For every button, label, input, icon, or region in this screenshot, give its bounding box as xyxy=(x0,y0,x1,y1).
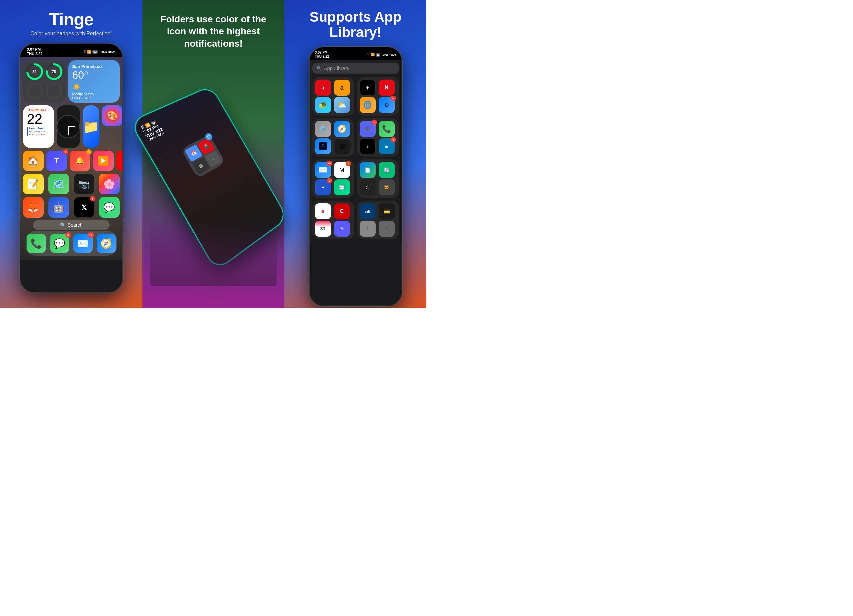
calendar-widget[interactable]: THURSDAY 22 Learn2read us02web.zoom.... … xyxy=(23,105,54,148)
files-app-icon[interactable]: 📁 xyxy=(83,105,99,148)
safari-dock-app[interactable]: 🧭 xyxy=(97,234,116,253)
dock-1: 📞 💬 3 ✉️ 10 🧭 xyxy=(26,231,117,256)
ring-75: 75 xyxy=(45,63,63,80)
al-folder-8[interactable]: citi 💳 · · xyxy=(357,201,399,239)
al-weather: ⛅ xyxy=(334,97,350,113)
svg-point-5 xyxy=(47,83,61,98)
notes-app[interactable]: 📝 xyxy=(23,174,44,194)
panel-3: Supports App Library! 3:07 PM THU 2/22 ⠿… xyxy=(284,0,426,308)
al-misc3: · xyxy=(378,221,395,237)
al-settings: ⚙️ xyxy=(315,121,331,137)
status-bar-3: 3:07 PM THU 2/22 ⠿ 📶 52 ↓0K/s ↑0K/s xyxy=(310,47,402,60)
svg-point-4 xyxy=(27,83,42,98)
al-ar: ⬡ xyxy=(360,180,375,195)
al-tiktok: ♪ xyxy=(360,138,375,154)
al-calendar-sm: 31 xyxy=(315,221,331,237)
al-misc: 🐱 xyxy=(378,180,395,195)
ring-3 xyxy=(26,82,44,100)
al-translate: 🔄 xyxy=(334,180,350,195)
app-library-grid: a a 🐢 ⛅ ✦ N xyxy=(312,77,399,239)
status-icons-1: ⠿ 📶 52 ↓2K/s ↑0K/s xyxy=(83,50,115,54)
teams-app[interactable]: T 1 xyxy=(46,150,67,171)
al-safari: 🧭 xyxy=(334,121,350,137)
notif-badge: 1 xyxy=(86,149,92,154)
al-docs: 📄 xyxy=(360,162,375,178)
panel3-title: Supports App Library! xyxy=(291,9,420,40)
status-bar-1: 3:07 PM THU 2/22 ⠿ 📶 52 ↓2K/s ↑0K/s xyxy=(20,44,122,57)
al-airtel: a xyxy=(315,80,331,95)
camera-app[interactable]: 📷 xyxy=(74,174,94,194)
panel1-title: Tinge xyxy=(49,9,93,29)
al-mail: ✉️ 10 xyxy=(315,162,331,178)
al-phone: 📞 xyxy=(378,121,395,137)
status-time-1: 3:07 PM THU 2/22 xyxy=(27,47,42,56)
app-library-search[interactable]: 🔍 App Library xyxy=(312,63,399,74)
al-folder-3[interactable]: ⚙️ 🧭 🅰 ⊞ xyxy=(312,118,354,157)
al-netflix: N xyxy=(378,80,395,95)
home-app[interactable]: 🏠 xyxy=(23,150,44,171)
phone-dock-app[interactable]: 📞 xyxy=(27,234,46,253)
youtube-app[interactable]: ▶ xyxy=(116,150,123,171)
al-folder-1[interactable]: a a 🐢 ⛅ xyxy=(312,77,354,115)
al-wallet: 💳 xyxy=(378,203,395,219)
al-citi: citi xyxy=(360,203,375,219)
activity-widget[interactable]: 52 75 xyxy=(23,60,66,103)
clock-widget[interactable] xyxy=(57,105,80,148)
al-appstore: 🅰 xyxy=(315,138,331,154)
mail-badge-dock: 10 xyxy=(88,232,94,238)
panel1-subtitle: Color your badges with Perfection! xyxy=(30,31,112,36)
panel-2: Folders use color of the icon with the h… xyxy=(142,0,284,308)
status-time-3: 3:07 PM THU 2/22 xyxy=(315,51,329,59)
ring-4 xyxy=(45,82,63,100)
widget-row-1: 52 75 xyxy=(23,60,120,103)
al-ebay: e xyxy=(315,203,331,219)
photos-app[interactable]: 🌸 xyxy=(99,174,120,194)
chatbot-app[interactable]: 🤖 xyxy=(48,197,69,218)
app-row-1: 🏠 T 1 🔔 1 ▶️ ▶ xyxy=(23,150,120,171)
al-crypto: ₿ xyxy=(334,221,350,237)
home-screen-1: 52 75 xyxy=(20,57,122,260)
maps-app[interactable]: 🗺️ xyxy=(48,174,69,194)
app-row-3: 🦊 🤖 𝕏 5 💬 xyxy=(23,197,120,218)
panel2-caption: Folders use color of the icon with the h… xyxy=(156,13,270,50)
status-icons-3: ⠿ 📶 52 ↓0K/s ↑0K/s xyxy=(367,53,396,57)
al-row-4: e C 31 ₿ citi xyxy=(312,201,399,239)
al-folder-6[interactable]: 📄 🔄 ⬡ 🐱 xyxy=(357,159,399,198)
messages-badge: 3 xyxy=(65,232,71,238)
app-library-screen: 🔍 App Library a a 🐢 ⛅ xyxy=(310,60,402,242)
al-coupons: C xyxy=(334,203,350,219)
notification-app[interactable]: 🔔 1 xyxy=(70,150,90,171)
al-monster: 🐢 xyxy=(315,97,331,113)
al-amazon: a xyxy=(334,80,350,95)
x-app[interactable]: 𝕏 5 xyxy=(74,197,94,218)
al-pinwheel: 🌀 xyxy=(360,97,375,113)
al-row-1: a a 🐢 ⛅ ✦ N xyxy=(312,77,399,115)
iphone-frame-1: 3:07 PM THU 2/22 ⠿ 📶 52 ↓2K/s ↑0K/s xyxy=(20,43,123,293)
weather-widget[interactable]: San Francisco 60° ☀️ Mostly Sunny H:60° … xyxy=(68,60,120,103)
al-folder-2[interactable]: ✦ N 🌀 ⚙ 15 xyxy=(357,77,399,115)
al-chrome: ⚙ 15 xyxy=(378,97,395,113)
music-app[interactable]: ▶️ xyxy=(93,150,114,171)
home-search-bar[interactable]: 🔍 Search xyxy=(33,220,109,230)
al-folder-5[interactable]: ✉️ 10 M 7 ✦ 2 🔄 xyxy=(312,159,354,198)
al-folder-7[interactable]: e C 31 ₿ xyxy=(312,201,354,239)
al-files2: ⊞ xyxy=(334,138,350,154)
al-openai: ✦ xyxy=(360,80,375,95)
al-row-2: ⚙️ 🧭 🅰 ⊞ 🎮 2 📞 ♪ xyxy=(312,118,399,157)
al-copilot: ✦ 2 xyxy=(315,180,331,195)
al-misc2: · xyxy=(360,221,375,237)
app-row-2: 📝 🗺️ 📷 🌸 xyxy=(23,174,120,194)
tilted-phone-container: ⠿ 📶 52 3:07 PM THU 2/22 ↓2K/s ↑0K/s 17 📅… xyxy=(150,60,276,286)
teams-badge: 1 xyxy=(63,149,68,154)
firefox-app[interactable]: 🦊 xyxy=(23,197,44,218)
folder-icon[interactable]: 17 📅 🎬 ⊞ · xyxy=(181,135,226,179)
ring-52: 52 xyxy=(26,63,44,80)
al-gmail: M 7 xyxy=(334,162,350,178)
al-folder-4[interactable]: 🎮 2 📞 ♪ in 8 xyxy=(357,118,399,157)
whatsapp-app[interactable]: 💬 xyxy=(99,197,120,218)
messages-dock-app[interactable]: 💬 3 xyxy=(50,234,69,253)
color-lens-icon[interactable]: 🎨 xyxy=(102,105,123,126)
mail-dock-app[interactable]: ✉️ 10 xyxy=(73,234,93,253)
al-robinhood: 🔄 xyxy=(378,162,395,178)
iphone-frame-3: 3:07 PM THU 2/22 ⠿ 📶 52 ↓0K/s ↑0K/s 🔍 Ap… xyxy=(309,47,402,306)
